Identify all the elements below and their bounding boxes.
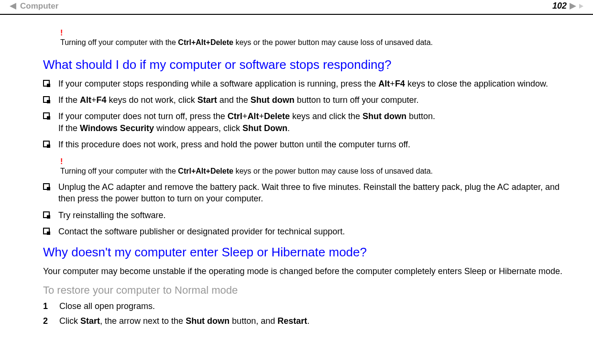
warning-text-part: Turning off your computer with the: [60, 38, 178, 46]
bullet-icon: [43, 228, 50, 234]
list-item: Unplug the AC adapter and remove the bat…: [43, 181, 574, 205]
bullet-icon: [43, 183, 50, 190]
list-item-text: Unplug the AC adapter and remove the bat…: [58, 181, 574, 205]
bullet-list: Unplug the AC adapter and remove the bat…: [43, 181, 574, 237]
header-left: Computer: [10, 1, 58, 11]
sub-heading-restore: To restore your computer to Normal mode: [43, 284, 574, 297]
list-item-text: Contact the software publisher or design…: [58, 226, 345, 237]
step-number: 2: [43, 315, 50, 327]
page-number: 102: [552, 1, 567, 11]
step-text: Close all open programs.: [59, 300, 155, 312]
bullet-icon: [43, 80, 50, 87]
warning-top: ! Turning off your computer with the Ctr…: [60, 29, 574, 48]
warning-icon: !: [60, 29, 574, 37]
numbered-list: 1 Close all open programs. 2 Click Start…: [43, 300, 574, 327]
nav-next-small-icon[interactable]: [579, 4, 583, 9]
section-heading-sleep: Why doesn't my computer enter Sleep or H…: [43, 245, 574, 260]
list-item: If this procedure does not work, press a…: [43, 139, 574, 150]
warning-text: Turning off your computer with the Ctrl+…: [60, 167, 433, 175]
header-title: Computer: [20, 1, 58, 11]
bullet-icon: [43, 112, 50, 119]
header-right: 102: [552, 1, 583, 11]
list-item: Contact the software publisher or design…: [43, 226, 574, 237]
page-content: ! Turning off your computer with the Ctr…: [0, 15, 593, 335]
warning-bold: Ctrl+Alt+Delete: [178, 167, 233, 175]
warning-text: Turning off your computer with the Ctrl+…: [60, 38, 433, 46]
step-text: Click Start, the arrow next to the Shut …: [59, 315, 309, 327]
warning-mid: ! Turning off your computer with the Ctr…: [60, 158, 574, 176]
bullet-icon: [43, 211, 50, 218]
list-item-text: If your computer does not turn off, pres…: [58, 110, 435, 134]
body-paragraph: Your computer may become unstable if the…: [43, 265, 574, 277]
list-item: If your computer does not turn off, pres…: [43, 110, 574, 134]
list-item-text: Try reinstalling the software.: [58, 210, 165, 221]
list-item: If your computer stops responding while …: [43, 78, 574, 89]
nav-prev-icon[interactable]: [10, 3, 16, 10]
warning-bold: Ctrl+Alt+Delete: [178, 38, 233, 46]
bullet-list: If your computer stops responding while …: [43, 78, 574, 150]
list-item: 1 Close all open programs.: [43, 300, 574, 312]
list-item: If the Alt+F4 keys do not work, click St…: [43, 94, 574, 106]
bullet-icon: [43, 141, 50, 147]
list-item: Try reinstalling the software.: [43, 210, 574, 221]
list-item-text: If your computer stops responding while …: [58, 78, 548, 89]
warning-icon: !: [60, 158, 574, 165]
step-number: 1: [43, 300, 50, 312]
bullet-icon: [43, 96, 50, 103]
list-item-text: If the Alt+F4 keys do not work, click St…: [58, 94, 419, 106]
warning-text-part: keys or the power button may cause loss …: [233, 38, 433, 46]
list-item: 2 Click Start, the arrow next to the Shu…: [43, 315, 574, 327]
nav-next-icon[interactable]: [570, 3, 576, 10]
warning-text-part: Turning off your computer with the: [60, 167, 178, 175]
list-item-text: If this procedure does not work, press a…: [58, 139, 410, 150]
page-header: Computer 102: [0, 0, 593, 15]
section-heading-responding: What should I do if my computer or softw…: [43, 57, 574, 72]
warning-text-part: keys or the power button may cause loss …: [233, 167, 433, 175]
